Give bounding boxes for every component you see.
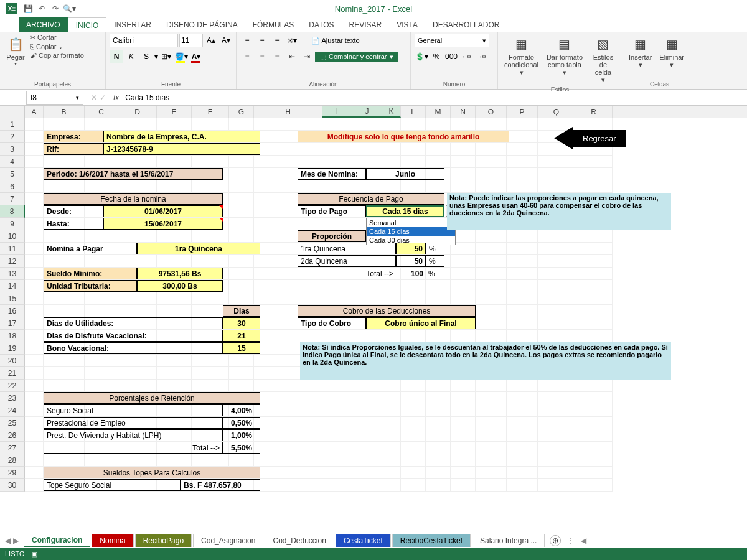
dias-util-value[interactable]: 30 [223, 317, 260, 329]
cell-A4[interactable] [25, 156, 44, 168]
cell-Q26[interactable] [538, 429, 575, 442]
sheet-tab-cestaticket[interactable]: CestaTicket [336, 534, 391, 547]
cell-P29[interactable] [507, 467, 538, 479]
col-header-F[interactable]: F [192, 106, 229, 118]
conditional-format-button[interactable]: ▦Formato condicional▾ [502, 34, 541, 78]
row-header-11[interactable]: 11 [0, 243, 25, 255]
cell-R18[interactable] [575, 330, 613, 342]
row-header-8[interactable]: 8 [0, 205, 25, 218]
decrease-decimal-icon[interactable]: →0 [474, 50, 488, 63]
cell-R10[interactable] [575, 230, 613, 243]
formula-input[interactable] [123, 91, 747, 105]
row-header-7[interactable]: 7 [0, 193, 25, 205]
bold-button[interactable]: N [110, 50, 123, 63]
cell-E10[interactable] [157, 230, 192, 243]
cell-L18[interactable] [401, 330, 426, 342]
menu-tab-insertar[interactable]: INSERTAR [106, 17, 159, 32]
cell-C4[interactable] [85, 156, 118, 168]
cell-Q11[interactable] [538, 243, 575, 255]
sheet-nav-prev-icon[interactable]: ◀ [5, 536, 11, 545]
q1-value[interactable]: 50 [396, 243, 426, 254]
cell-F22[interactable] [192, 380, 229, 392]
indent-increase-icon[interactable]: ⇥ [300, 50, 314, 63]
cell-N15[interactable] [451, 292, 476, 305]
dias-vac-value[interactable]: 21 [223, 330, 260, 342]
cell-L25[interactable] [401, 417, 426, 429]
cell-E21[interactable] [157, 367, 192, 380]
cell-D22[interactable] [118, 380, 157, 392]
cell-Q5[interactable] [538, 168, 575, 180]
cell-A14[interactable] [25, 280, 44, 292]
cell-C10[interactable] [85, 230, 118, 243]
row-header-13[interactable]: 13 [0, 268, 25, 280]
cell-B21[interactable] [44, 367, 85, 380]
cell-G4[interactable] [229, 156, 254, 168]
cell-I28[interactable] [322, 454, 352, 467]
cell-A7[interactable] [25, 193, 44, 205]
cell-E15[interactable] [157, 292, 192, 305]
cell-O30[interactable] [476, 479, 507, 492]
menu-tab-archivo[interactable]: ARCHIVO [19, 17, 68, 32]
row-header-22[interactable]: 22 [0, 380, 25, 392]
orientation-icon[interactable]: ⤭▾ [285, 34, 299, 47]
cell-H6[interactable] [254, 180, 322, 193]
cell-O11[interactable] [476, 243, 507, 255]
cell-P25[interactable] [507, 417, 538, 429]
cell-I24[interactable] [322, 404, 352, 417]
cell-O15[interactable] [476, 292, 507, 305]
cell-K4[interactable] [382, 156, 401, 168]
cell-E4[interactable] [157, 156, 192, 168]
cell-M3[interactable] [426, 143, 451, 156]
col-header-O[interactable]: O [476, 106, 507, 118]
align-top-icon[interactable]: ≡ [240, 34, 254, 47]
cell-H13[interactable] [254, 268, 322, 280]
cell-F10[interactable] [192, 230, 229, 243]
cell-M30[interactable] [426, 479, 451, 492]
cell-O23[interactable] [476, 392, 507, 404]
col-header-C[interactable]: C [85, 106, 118, 118]
cell-I15[interactable] [322, 292, 352, 305]
cell-M18[interactable] [426, 330, 451, 342]
tipo-pago-dropdown[interactable]: Semanal Cada 15 dias Cada 30 dias [366, 218, 456, 245]
row-header-14[interactable]: 14 [0, 280, 25, 292]
cell-Q27[interactable] [538, 442, 575, 454]
row-header-20[interactable]: 20 [0, 355, 25, 367]
cell-H27[interactable] [254, 442, 322, 454]
cell-H28[interactable] [254, 454, 322, 467]
col-header-G[interactable]: G [229, 106, 254, 118]
cell-P11[interactable] [507, 243, 538, 255]
cell-I29[interactable] [322, 467, 352, 479]
cell-M24[interactable] [426, 404, 451, 417]
cell-Q12[interactable] [538, 255, 575, 268]
row-header-1[interactable]: 1 [0, 118, 25, 131]
cell-styles-button[interactable]: ▧Estilos de celda▾ [588, 34, 618, 85]
cell-O27[interactable] [476, 442, 507, 454]
cell-J25[interactable] [352, 417, 382, 429]
cell-N22[interactable] [451, 380, 476, 392]
insert-cells-button[interactable]: ▦Insertar▾ [626, 34, 654, 70]
cell-R11[interactable] [575, 243, 613, 255]
cell-L3[interactable] [401, 143, 426, 156]
cell-A24[interactable] [25, 404, 44, 417]
cell-H3[interactable] [254, 143, 322, 156]
cell-D28[interactable] [118, 454, 157, 467]
cell-R29[interactable] [575, 467, 613, 479]
cell-K24[interactable] [382, 404, 401, 417]
col-header-Q[interactable]: Q [538, 106, 575, 118]
row-header-16[interactable]: 16 [0, 305, 25, 317]
merge-center-button[interactable]: ⬚ Combinar y centrar ▾ [315, 52, 398, 62]
cell-M27[interactable] [426, 442, 451, 454]
cell-O28[interactable] [476, 454, 507, 467]
align-left-icon[interactable]: ≡ [240, 50, 254, 63]
cell-B12[interactable] [44, 255, 85, 268]
cell-G6[interactable] [229, 180, 254, 193]
cell-Q15[interactable] [538, 292, 575, 305]
cell-M29[interactable] [426, 467, 451, 479]
row-header-30[interactable]: 30 [0, 479, 25, 492]
cell-R12[interactable] [575, 255, 613, 268]
cell-P2[interactable] [507, 131, 538, 143]
cell-M6[interactable] [426, 180, 451, 193]
cell-P13[interactable] [507, 268, 538, 280]
cell-G9[interactable] [229, 218, 254, 230]
cell-J23[interactable] [352, 392, 382, 404]
